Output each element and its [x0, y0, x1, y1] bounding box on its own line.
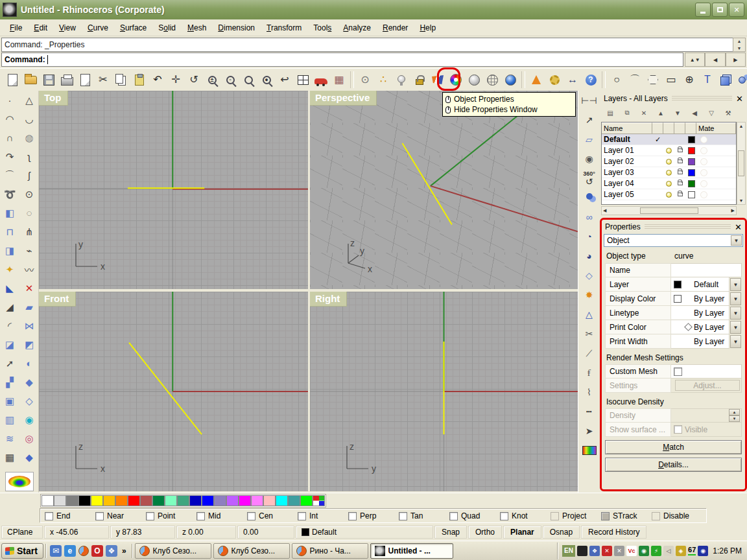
chevron-down-icon[interactable]: ▼: [731, 235, 742, 246]
tray-icon[interactable]: ◉: [639, 546, 649, 556]
cylinder-tool-button[interactable]: ⊓: [0, 222, 19, 241]
properties-object-selector[interactable]: Object ▼: [604, 234, 743, 247]
layer-color-swatch[interactable]: [685, 158, 698, 165]
palette-swatch[interactable]: [202, 495, 214, 506]
adjust-button[interactable]: Adjust...: [675, 380, 740, 391]
current-layer-pane[interactable]: Default: [296, 526, 433, 539]
layer-color-swatch[interactable]: [685, 191, 698, 198]
network-meter[interactable]: 67: [688, 546, 696, 555]
text-tool-button[interactable]: T: [699, 71, 716, 88]
menu-item[interactable]: Surface: [114, 21, 152, 35]
launch-firefox[interactable]: [78, 546, 89, 556]
zoom-extents-button[interactable]: [240, 71, 257, 88]
panel-grip[interactable]: [645, 224, 731, 230]
viewport-right[interactable]: z y Right: [310, 292, 578, 491]
pointer-button[interactable]: ➤: [578, 421, 600, 441]
menu-item[interactable]: Mesh: [182, 21, 212, 35]
osnap-toggle[interactable]: Project: [551, 511, 601, 520]
menu-item[interactable]: View: [53, 21, 82, 35]
lock-objects-button[interactable]: [411, 71, 428, 88]
palette-swatch[interactable]: [276, 495, 288, 506]
command-spin-buttons[interactable]: ▲▼: [685, 52, 705, 67]
layer-on-bulb-icon[interactable]: [663, 159, 674, 165]
checkbox[interactable]: [601, 512, 610, 520]
dashed-line-button[interactable]: ┅: [578, 402, 600, 421]
launch-ie[interactable]: e: [64, 545, 76, 557]
command-history[interactable]: Command: _Properties: [1, 38, 733, 52]
chevron-down-icon[interactable]: ▼: [730, 292, 741, 305]
print-button[interactable]: [58, 71, 75, 88]
undo-button[interactable]: ↶: [149, 71, 166, 88]
viewport-layout-button[interactable]: [294, 71, 311, 88]
rotate-view-button[interactable]: ↺: [185, 71, 202, 88]
taskbar-task-button[interactable]: Рино - Ча...: [292, 543, 368, 559]
array-tool-button[interactable]: ▞: [0, 373, 19, 391]
layer-lock-icon[interactable]: [674, 181, 685, 185]
viewport-front[interactable]: z x Front: [39, 292, 308, 491]
sphere-striped-button[interactable]: ◎: [19, 429, 39, 448]
boolean-intersection-button[interactable]: ◕: [578, 246, 600, 266]
layer-row[interactable]: Layer 04 ✓: [602, 178, 736, 189]
polygon-tool-button[interactable]: [645, 71, 661, 88]
property-value[interactable]: By Layer: [671, 292, 729, 306]
close-button[interactable]: ✕: [729, 3, 744, 17]
start-button[interactable]: Start: [1, 543, 43, 559]
arc-tool-button[interactable]: ⌒: [626, 71, 643, 88]
sep1-button[interactable]: [350, 71, 354, 88]
palette-swatch[interactable]: [66, 495, 78, 506]
osnap-toggle[interactable]: Perp: [348, 511, 399, 520]
layers-vertical-scrollbar[interactable]: ▲▼: [737, 122, 746, 205]
palette-swatch[interactable]: [226, 495, 239, 506]
boolean-two-objects-button[interactable]: ∞: [578, 207, 600, 227]
palette-swatch[interactable]: [165, 495, 177, 506]
chevron-down-icon[interactable]: ▼: [730, 335, 741, 348]
launch-explorer[interactable]: ❖: [106, 545, 117, 557]
checkbox[interactable]: [348, 512, 357, 520]
filter-button[interactable]: ▽: [704, 106, 719, 119]
chevron-down-icon[interactable]: ▼: [730, 278, 741, 291]
properties-close-icon[interactable]: ✕: [735, 222, 742, 232]
spring-curve-button[interactable]: ⌇: [578, 382, 600, 402]
layers-col-current[interactable]: [652, 122, 663, 134]
circle-center-tool-button[interactable]: ⊕: [681, 71, 698, 88]
zoom-selected-button[interactable]: ●: [258, 71, 275, 88]
osnap-toggle[interactable]: Knot: [500, 511, 551, 520]
layers-horizontal-scrollbar[interactable]: ◀▶: [601, 206, 737, 215]
fillet-surface-button[interactable]: ◧: [0, 204, 19, 222]
palette-swatch[interactable]: [103, 495, 115, 506]
property-value[interactable]: By Layer: [671, 320, 729, 334]
pan-button[interactable]: ✛: [167, 71, 184, 88]
star-explode-button[interactable]: ✦: [0, 260, 19, 279]
palette-swatch[interactable]: [177, 495, 189, 506]
layer-row[interactable]: Default ✓: [602, 134, 736, 145]
checkbox[interactable]: [146, 512, 154, 520]
layer-lock-icon[interactable]: [674, 148, 685, 152]
layer-material-circle[interactable]: [698, 169, 709, 176]
cone-options-button[interactable]: [528, 71, 545, 88]
osnap-toggle[interactable]: Near: [95, 511, 146, 520]
menu-item[interactable]: Edit: [28, 21, 53, 35]
palette-swatch[interactable]: [214, 495, 226, 506]
checkbox[interactable]: [399, 512, 407, 520]
layers-col-on[interactable]: [663, 122, 674, 134]
render-region-button[interactable]: ⊙: [357, 71, 374, 88]
arc-dashed-button[interactable]: ◜: [0, 316, 19, 335]
statusbar-toggle[interactable]: Snap: [434, 526, 467, 539]
blend-curve-button[interactable]: ➰: [0, 185, 19, 204]
patch-surface-button[interactable]: ◨: [0, 241, 19, 260]
handle-curve-button[interactable]: ⌁: [19, 241, 39, 260]
command-input[interactable]: Command:: [1, 52, 683, 67]
property-value[interactable]: By Layer: [671, 306, 729, 320]
chevron-down-icon[interactable]: ▼: [730, 307, 741, 320]
checkbox[interactable]: [45, 512, 53, 520]
menu-item[interactable]: Tools: [307, 21, 337, 35]
single-point-button[interactable]: ·: [0, 91, 19, 110]
layers-col-color[interactable]: [685, 122, 696, 134]
layer-on-bulb-icon[interactable]: [663, 181, 674, 187]
cut-button[interactable]: ✂: [95, 71, 112, 88]
fillet-edge-button[interactable]: ◢: [0, 298, 19, 316]
boolean-difference-button[interactable]: ◔: [578, 227, 600, 246]
checkbox[interactable]: [449, 512, 458, 520]
panel-grip[interactable]: [672, 96, 732, 102]
tray-icon[interactable]: ◈: [676, 546, 686, 556]
